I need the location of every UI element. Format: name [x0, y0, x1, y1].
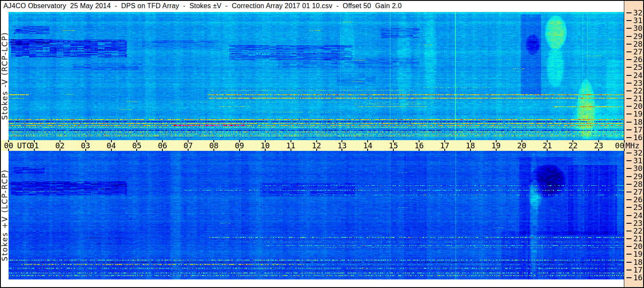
freq-tick-label: 18 — [633, 258, 643, 266]
freq-tick-label: 23 — [633, 219, 643, 227]
freq-tick — [626, 20, 632, 21]
time-tick-label: 11 — [286, 142, 296, 149]
time-tick-label: 03 — [81, 142, 90, 149]
freq-tick-label: 31 — [633, 17, 643, 24]
freq-tick — [626, 176, 632, 177]
freq-tick-label: 25 — [633, 63, 643, 71]
time-tick-label: 00 — [615, 142, 624, 149]
freq-tick — [626, 207, 632, 208]
freq-tick — [626, 83, 632, 84]
time-tick-label: 07 — [183, 142, 193, 149]
freq-tick-label: 18 — [633, 118, 643, 126]
time-tick-label: 23 — [594, 142, 603, 149]
freq-tick-label: 27 — [633, 188, 643, 195]
freq-tick-label: 24 — [633, 72, 643, 79]
freq-tick-label: 23 — [633, 79, 643, 87]
time-tick-label: 10 — [261, 142, 270, 149]
freq-tick — [626, 36, 632, 37]
freq-tick — [626, 184, 632, 185]
freq-tick — [626, 199, 632, 200]
time-tick-label: 08 — [209, 142, 219, 149]
freq-tick-label: 16 — [633, 274, 643, 281]
freq-tick — [626, 59, 632, 60]
freq-tick-label: 28 — [633, 40, 643, 48]
freq-tick — [626, 90, 632, 91]
freq-tick — [626, 122, 632, 123]
freq-tick — [626, 270, 632, 270]
freq-tick — [626, 153, 632, 153]
freq-tick — [626, 75, 632, 76]
freq-tick — [626, 192, 632, 192]
freq-tick — [626, 106, 632, 107]
time-tick-label: 14 — [363, 142, 372, 149]
freq-tick-label: 21 — [633, 235, 643, 242]
time-tick-label: 21 — [543, 142, 552, 149]
freq-tick — [626, 67, 632, 68]
freq-tick — [626, 51, 632, 52]
freq-tick — [626, 28, 632, 29]
freq-tick-label: 27 — [633, 48, 643, 55]
time-tick-label: 22 — [568, 142, 578, 149]
left-axis-label-top: Stokes -V (RCP-LCP) — [0, 32, 9, 120]
freq-tick-label: 26 — [633, 56, 643, 63]
page-title: AJ4CO Observatory 25 May 2014 - DPS on T… — [3, 2, 402, 10]
freq-tick — [626, 238, 632, 239]
freq-tick — [626, 262, 632, 263]
freq-tick-label: 25 — [633, 204, 643, 211]
freq-tick — [626, 223, 632, 224]
time-tick-label: 17 — [440, 142, 449, 149]
freq-tick-label: 29 — [633, 33, 643, 40]
freq-tick-label: 32 — [633, 149, 643, 156]
spectrogram-bottom — [9, 151, 624, 279]
time-tick-label: 19 — [491, 142, 501, 149]
freq-tick-label: 20 — [633, 102, 643, 110]
freq-tick — [626, 254, 632, 255]
time-tick-label: 02 — [55, 142, 65, 149]
freq-tick-label: 24 — [633, 212, 643, 219]
freq-tick-label: 31 — [633, 157, 643, 164]
freq-tick — [626, 114, 632, 114]
spectrogram-top — [9, 12, 624, 140]
freq-tick-label: 26 — [633, 196, 643, 203]
freq-tick — [626, 12, 632, 13]
freq-tick-label: 22 — [633, 227, 643, 234]
freq-tick-label: 20 — [633, 243, 643, 250]
time-tick-label: 20 — [517, 142, 527, 149]
freq-tick — [626, 129, 632, 130]
time-tick-label: 12 — [312, 142, 321, 149]
freq-tick-label: 16 — [633, 134, 643, 141]
freq-tick — [626, 277, 632, 278]
time-unit-label: UTC — [17, 142, 31, 149]
freq-tick — [626, 98, 632, 99]
freq-tick — [626, 168, 632, 169]
freq-tick — [626, 246, 632, 247]
freq-tick-label: 19 — [633, 110, 643, 117]
freq-tick-label: 22 — [633, 87, 643, 94]
freq-tick-label: 17 — [633, 126, 643, 133]
freq-tick-label: 30 — [633, 165, 643, 172]
freq-tick-label: 32 — [633, 9, 643, 16]
time-tick-label: 18 — [466, 142, 475, 149]
freq-tick-label: 30 — [633, 24, 643, 32]
time-tick-label: 15 — [389, 142, 398, 149]
freq-tick — [626, 215, 632, 216]
time-tick-label: 06 — [158, 142, 167, 149]
time-tick-label: 16 — [414, 142, 424, 149]
left-axis-label-bottom: Stokes +V (LCP-RCP) — [0, 169, 9, 261]
time-tick-label: 09 — [235, 142, 244, 149]
time-tick-label: 13 — [338, 142, 347, 149]
freq-tick — [626, 160, 632, 161]
freq-tick — [626, 231, 632, 231]
time-tick-label: 05 — [132, 142, 142, 149]
freq-unit-label: MHz — [626, 142, 640, 149]
freq-tick-label: 29 — [633, 173, 643, 180]
freq-tick — [626, 137, 632, 138]
freq-tick-label: 17 — [633, 266, 643, 273]
freq-tick — [626, 44, 632, 45]
time-tick-label: 04 — [107, 142, 116, 149]
freq-tick-label: 19 — [633, 250, 643, 258]
freq-tick-label: 28 — [633, 180, 643, 188]
freq-tick-label: 21 — [633, 95, 643, 102]
spectrogram-app: AJ4CO Observatory 25 May 2014 - DPS on T… — [0, 0, 644, 288]
time-tick-label: 00 — [4, 142, 13, 149]
